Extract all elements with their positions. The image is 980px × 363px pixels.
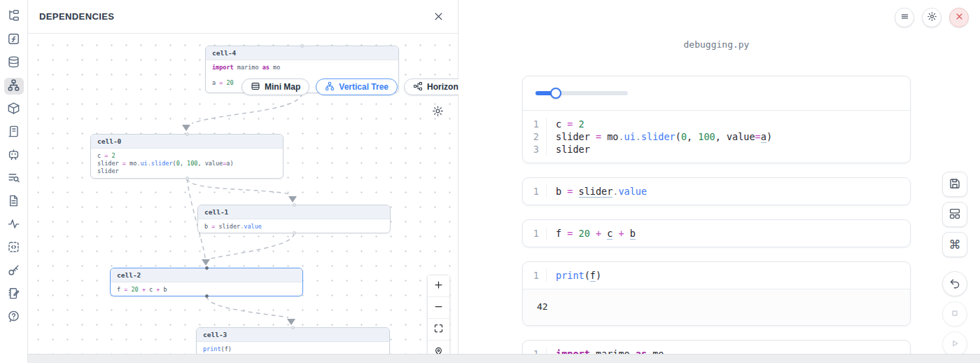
menu-button[interactable] [895,8,914,27]
code-line: b = slider.value [547,185,647,198]
chat-icon [7,148,20,164]
node-handle-bottom [293,231,296,235]
notebook-area: debugging.py 1c = 22slider = mo.ui.slide… [459,0,980,354]
code-line: print(f) [547,269,601,282]
gear-icon [432,105,444,117]
zoom-out-icon [433,301,444,314]
graph-node-code: print(f) [197,342,389,354]
node-handle-top [205,266,209,270]
graph-node-title: cell-2 [111,268,302,282]
settings-gear-button[interactable] [922,8,941,27]
dependency-graph-canvas[interactable]: cell-4import marimo as mo a = 20cell-0c … [28,34,458,354]
code-line: slider [547,143,590,156]
save-icon [948,177,961,192]
stop-icon [948,307,961,322]
sidebar-item-scratchpad[interactable] [4,286,24,303]
sidebar-item-list-search[interactable] [4,170,24,187]
graph-node-title: cell-4 [206,46,398,60]
graph-node-title: cell-3 [197,328,389,342]
dependencies-header: DEPENDENCIES [28,0,458,34]
code-editor[interactable]: 1c = 22slider = mo.ui.slider(0, 100, val… [523,111,910,163]
sidebar-item-database[interactable] [4,55,24,71]
sidebar-item-package[interactable] [4,101,24,118]
icon-sidebar [0,0,28,363]
graph-node-cell-0[interactable]: cell-0c = 2slider = mo.ui.slider(0, 100,… [90,134,284,179]
view-button-label: Mini Map [265,82,300,92]
shutdown-x-button[interactable] [949,8,969,27]
help-icon [7,310,20,326]
graph-node-cell-2[interactable]: cell-2f = 20 + c + b [110,268,303,296]
zoom-out-button[interactable] [428,297,449,319]
slider-widget[interactable] [536,87,628,100]
graph-settings-button[interactable] [432,105,444,119]
stop-button [942,301,967,327]
node-handle-top [186,132,189,136]
sidebar-item-dependency-graph[interactable] [4,78,24,95]
node-handle-top [293,203,296,207]
node-handle-top [300,44,304,48]
settings-gear-icon [927,11,937,24]
cell-output [523,76,910,111]
sidebar-item-activity[interactable] [4,217,24,233]
line-number: 1 [523,269,547,282]
app-footer [28,354,980,363]
pin-button[interactable] [428,341,449,354]
sidebar-item-scroll[interactable] [4,124,24,141]
app-root: DEPENDENCIES [0,0,980,363]
sidebar-item-help[interactable] [4,309,24,326]
view-button-vertical-tree[interactable]: Vertical Tree [316,78,398,95]
sidebar-item-chat[interactable] [4,147,24,164]
close-icon [433,11,444,22]
sidebar-item-document[interactable] [4,193,24,210]
sidebar-item-key[interactable] [4,263,24,280]
sidebar-item-function-square[interactable] [4,32,24,48]
code-line: f = 20 + c + b [547,227,636,240]
close-panel-button[interactable] [431,10,445,24]
code-editor[interactable]: 1b = slider.value [523,178,910,205]
code-line: slider = mo.ui.slider(0, 100, value=a) [547,130,772,143]
line-number: 3 [523,143,547,156]
view-button-mini-map[interactable]: Mini Map [241,78,309,95]
notebook-cell-0: 1c = 22slider = mo.ui.slider(0, 100, val… [522,76,911,163]
dependency-graph-icon [7,78,20,95]
code-editor[interactable]: 1print(f) [523,262,910,289]
key-icon [7,263,20,280]
zoom-in-button[interactable] [428,275,449,297]
save-button[interactable] [942,172,967,197]
notebook-cell-1: 1b = slider.value [522,177,911,205]
code-line: c = 2 [547,118,584,130]
graph-node-title: cell-1 [198,205,390,219]
graph-node-code: c = 2slider = mo.ui.slider(0, 100, value… [91,149,283,178]
undo-button[interactable] [942,271,967,296]
view-button-label: Vertical Tree [339,82,388,92]
file-tree-icon [7,9,20,25]
graph-node-cell-1[interactable]: cell-1b = slider.value [197,205,391,233]
undo-icon [948,277,961,292]
sidebar-item-snippets[interactable] [4,240,24,256]
notebook-cell-2: 1f = 20 + c + b [522,219,911,247]
layout-button[interactable] [942,202,967,227]
layout-icon [948,207,961,222]
graph-node-cell-3[interactable]: cell-3print(f) [196,327,390,354]
notebook-filename: debugging.py [522,39,911,50]
list-search-icon [7,171,20,187]
pin-icon [433,345,444,355]
slider-thumb[interactable] [550,88,561,99]
line-number: 2 [523,130,547,143]
fit-view-icon [433,323,444,336]
run-icon [948,337,961,352]
cells-column: 1c = 22slider = mo.ui.slider(0, 100, val… [522,76,911,363]
line-number: 1 [523,227,547,240]
view-button-horizontal-tree[interactable]: Horizontal Tree [404,78,458,95]
notebook-cell-3: 1print(f)42 [522,261,911,326]
node-handle-top [291,326,295,329]
node-handle-bottom [186,177,189,180]
fit-view-button[interactable] [428,319,449,341]
vertical-tree-icon [325,81,335,93]
code-editor[interactable]: 1f = 20 + c + b [523,220,910,247]
cell-output-text: 42 [523,289,910,325]
graph-toolbar: Mini MapVertical TreeHorizontal Tree [241,78,458,95]
command-button[interactable]: ⌘ [942,232,967,257]
function-square-icon [7,32,20,48]
sidebar-item-file-tree[interactable] [4,8,24,25]
